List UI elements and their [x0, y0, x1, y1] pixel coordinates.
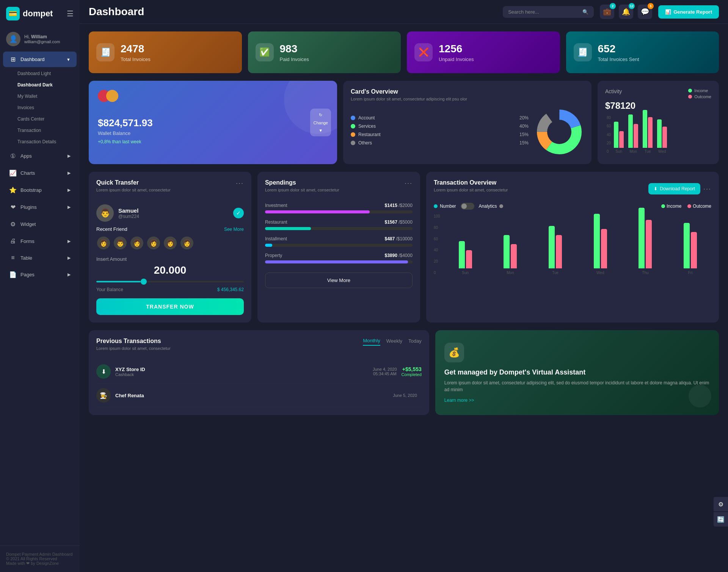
download-report-button[interactable]: ⬇ Download Report [648, 183, 700, 194]
to-sun-income [459, 241, 465, 268]
briefcase-button[interactable]: 💼 2 [600, 5, 614, 19]
sun-outcome-bar [619, 131, 624, 148]
bell-button[interactable]: 🔔 12 [619, 5, 633, 19]
sidebar-item-dashboard[interactable]: ⊞ Dashboard ▼ [3, 52, 77, 67]
header-icons: 💼 2 🔔 12 💬 5 [600, 5, 652, 19]
sidebar-item-label: Apps [20, 153, 32, 159]
to-tue-outcome [556, 235, 562, 268]
paid-invoices-value: 983 [280, 43, 309, 55]
services-pct: 40% [519, 124, 529, 129]
sidebar-item-label: Widget [20, 221, 36, 227]
slider-fill [96, 281, 141, 282]
change-button[interactable]: ↻ Change ▼ [310, 109, 331, 136]
tab-today[interactable]: Today [408, 338, 422, 345]
sidebar-item-label: Pages [20, 272, 35, 277]
hamburger-menu[interactable]: ☰ [67, 9, 74, 18]
transaction-item-xyz: ⬇ XYZ Store ID Cashback June 4, 2020 05:… [96, 360, 422, 384]
settings-refresh-button[interactable]: 🔄 [714, 512, 728, 527]
analytics-toggle: Analytics [479, 204, 503, 209]
recent-avatar-1[interactable]: 👩 [96, 236, 111, 250]
sidebar-item-table[interactable]: ≡ Table ▶ [3, 250, 77, 265]
amount-slider[interactable] [96, 281, 244, 282]
view-more-button[interactable]: View More [265, 273, 413, 288]
sidebar-subitem-transaction-details[interactable]: Transaction Details [0, 136, 80, 147]
recent-avatar-5[interactable]: 👩 [163, 236, 177, 250]
sidebar-item-apps[interactable]: ① Apps ▶ [3, 148, 77, 164]
donut-chart [535, 107, 584, 157]
tab-monthly[interactable]: Monthly [363, 338, 380, 346]
trans-time-xyz: 05:34:45 AM [373, 371, 397, 376]
balance-label: Your Balance [96, 287, 123, 292]
quick-transfer-panel: Quick Transfer Lorem ipsum dolor sit ame… [89, 172, 251, 323]
to-bar-tue: Tue [534, 226, 576, 275]
quick-transfer-menu[interactable]: ··· [236, 179, 244, 187]
generate-report-button[interactable]: 📊 Generate Report [658, 5, 719, 19]
sidebar-subitem-dashboard-light[interactable]: Dashboard Light [0, 68, 80, 79]
sidebar-subitem-my-wallet[interactable]: My Wallet [0, 91, 80, 102]
to-tue-label: Tue [552, 271, 559, 275]
to-tue-income [549, 226, 555, 268]
settings-gear-button[interactable]: ⚙ [714, 497, 728, 511]
paid-invoices-icon: ✅ [256, 43, 274, 61]
outcome-dot [688, 95, 692, 99]
pages-icon: 📄 [9, 271, 17, 278]
stat-card-total-sent: 🧾 652 Total Invoices Sent [566, 31, 719, 73]
trans-datetime-chef: June 5, 2020 [393, 393, 417, 398]
trans-date-xyz: June 4, 2020 [373, 367, 397, 371]
toggle-switch[interactable] [461, 203, 474, 210]
sidebar-item-forms[interactable]: 🖨 Forms ▶ [3, 234, 77, 249]
recent-avatar-4[interactable]: 👩 [146, 236, 161, 250]
sidebar-item-label: Forms [20, 238, 35, 244]
tue-outcome-bar [648, 117, 653, 148]
total-sent-label: Total Invoices Sent [598, 56, 639, 62]
trans-amount-xyz: +$5,553 [402, 366, 422, 372]
account-dot [351, 116, 355, 120]
sidebar-item-bootstrap[interactable]: ⭐ Bootstrap ▶ [3, 182, 77, 198]
search-input[interactable] [508, 9, 579, 15]
trans-datetime-xyz: June 4, 2020 05:34:45 AM [373, 367, 397, 376]
recent-avatar-3[interactable]: 👩 [130, 236, 144, 250]
spending-investment: Investment $1415 /$2000 [265, 203, 413, 213]
to-menu[interactable]: ··· [703, 185, 711, 193]
sidebar-item-widget[interactable]: ⚙ Widget [3, 216, 77, 232]
to-bar-thu: Thu [624, 208, 667, 275]
unpaid-invoices-info: 1256 Unpaid Invoices [439, 43, 474, 62]
recent-title-row: Recent Friend See More [96, 226, 244, 232]
user-email: william@gmail.com [24, 39, 60, 44]
total-invoices-info: 2478 Total Invoices [121, 43, 151, 62]
spendings-menu[interactable]: ··· [405, 179, 413, 187]
virtual-assistant-panel: 💰 Get managed by Dompet's Virtual Assist… [435, 330, 719, 415]
outcome-legend-dot [687, 204, 691, 208]
sidebar-subitem-cards-center[interactable]: Cards Center [0, 113, 80, 125]
mastercard-logo [98, 90, 328, 102]
stat-cards: 🧾 2478 Total Invoices ✅ 983 Paid Invoice… [89, 31, 719, 73]
slider-track [96, 281, 244, 282]
download-icon: ⬇ [654, 186, 657, 191]
recent-avatar-2[interactable]: 👨 [113, 236, 127, 250]
header: Dashboard 🔍 💼 2 🔔 12 💬 5 📊 Generate Repo… [80, 0, 728, 24]
to-mon-outcome [511, 244, 517, 268]
recent-avatar-6[interactable]: 👩 [180, 236, 194, 250]
va-learn-more-link[interactable]: Learn more >> [444, 398, 710, 403]
balance-row: Your Balance $ 456,345.62 [96, 287, 244, 292]
tab-weekly[interactable]: Weekly [386, 338, 402, 345]
spending-restaurant-fill [265, 227, 311, 230]
prev-trans-desc: Lorem ipsum dolor sit amet, consectetur [96, 346, 171, 351]
to-sun-label: Sun [462, 271, 469, 275]
recent-avatars: 👩 👨 👩 👩 👩 👩 [96, 236, 244, 250]
paid-invoices-label: Paid Invoices [280, 56, 309, 62]
briefcase-badge: 2 [610, 3, 616, 9]
plugins-icon: ❤ [9, 204, 17, 211]
change-label: Change [313, 121, 328, 125]
message-button[interactable]: 💬 5 [638, 5, 652, 19]
sidebar-subitem-transaction[interactable]: Transaction [0, 125, 80, 136]
sidebar-subitem-invoices[interactable]: Invoices [0, 102, 80, 113]
sidebar-item-pages[interactable]: 📄 Pages ▶ [3, 267, 77, 282]
number-dot [434, 204, 438, 208]
sidebar-item-charts[interactable]: 📈 Charts ▶ [3, 165, 77, 181]
transfer-now-button[interactable]: TRANSFER NOW [96, 298, 244, 315]
see-all-link[interactable]: See More [224, 227, 244, 232]
sidebar-subitem-dashboard-dark[interactable]: Dashboard Dark [0, 79, 80, 91]
bars-container: Sun Mon [614, 116, 710, 154]
sidebar-item-plugins[interactable]: ❤ Plugins ▶ [3, 199, 77, 215]
